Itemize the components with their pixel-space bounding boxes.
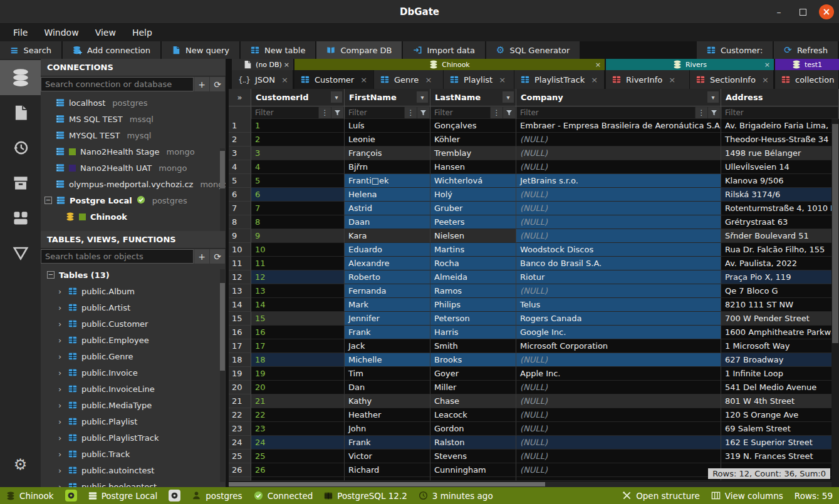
chevron-right-icon[interactable]: ›	[56, 401, 64, 410]
tab-RiverInfo[interactable]: RiverInfo×	[606, 70, 690, 89]
cell-LastName[interactable]: Peterson	[430, 312, 516, 326]
cell-Address[interactable]: Theodor-Heuss-Straße 34	[721, 133, 839, 147]
table-public-Album[interactable]: ›public.Album	[41, 283, 226, 299]
cell-LastName[interactable]: Smith	[430, 339, 516, 353]
cell-CustomerId[interactable]: 25	[251, 450, 345, 463]
cell-CustomerId[interactable]: 20	[251, 381, 345, 394]
cell-Address[interactable]: Av. Paulista, 2022	[721, 257, 839, 270]
cell-CustomerId[interactable]: 17	[251, 339, 345, 353]
close-icon[interactable]: ×	[425, 75, 432, 85]
cell-CustomerId[interactable]: 26	[251, 463, 345, 477]
cell-FirstName[interactable]: Fernanda	[345, 284, 430, 298]
cell-Address[interactable]: Rotenturmstraße 4, 1010 I	[721, 202, 839, 215]
cell-LastName[interactable]: Stevens	[430, 450, 516, 463]
funnel-icon[interactable]	[503, 107, 515, 118]
row-number[interactable]: 26	[229, 463, 251, 477]
toolbar-search-button[interactable]: ≡Search	[0, 41, 61, 59]
table-public-Track[interactable]: ›public.Track	[41, 446, 226, 462]
cell-Company[interactable]: (NULL)	[516, 450, 721, 463]
cell-Address[interactable]: Qe 7 Bloco G	[721, 284, 839, 298]
menu-file[interactable]: File	[6, 26, 34, 39]
tables-scrollbar[interactable]	[220, 269, 225, 482]
cell-Company[interactable]: (NULL)	[516, 422, 721, 436]
row-number[interactable]: 4	[229, 160, 251, 174]
cell-CustomerId[interactable]: 4	[251, 160, 345, 174]
cell-FirstName[interactable]: Heather	[345, 408, 430, 422]
cell-Company[interactable]: (NULL)	[516, 188, 721, 202]
rail-cell-data[interactable]	[0, 235, 41, 270]
table-public-PlaylistTrack[interactable]: ›public.PlaylistTrack	[41, 429, 226, 446]
chevron-right-icon[interactable]: ›	[56, 352, 64, 361]
funnel-icon[interactable]	[417, 107, 429, 118]
cell-Address[interactable]: 1 Infinite Loop	[721, 367, 839, 381]
close-icon[interactable]: ×	[281, 75, 288, 85]
cell-Company[interactable]: Woodstock Discos	[516, 243, 721, 257]
tab-collection[interactable]: collection	[775, 70, 839, 89]
funnel-icon[interactable]	[708, 107, 720, 118]
cell-Address[interactable]: 541 Del Medio Avenue	[721, 381, 839, 394]
cell-FirstName[interactable]: François	[345, 147, 430, 160]
connections-refresh-button[interactable]: ⟳	[210, 77, 225, 91]
cell-LastName[interactable]: Hansen	[430, 160, 516, 174]
connections-scrollbar[interactable]	[220, 148, 225, 231]
cell-Company[interactable]: Riotur	[516, 270, 721, 284]
cell-LastName[interactable]: Wichterlová	[430, 174, 516, 188]
cell-Company[interactable]: Banco do Brasil S.A.	[516, 257, 721, 270]
cell-CustomerId[interactable]: 6	[251, 188, 345, 202]
cell-Company[interactable]: (NULL)	[516, 353, 721, 367]
cell-Address[interactable]: 700 W Pender Street	[721, 312, 839, 326]
column-header-FirstName[interactable]: FirstName▾	[345, 89, 430, 106]
filter-menu-button[interactable]: ⋮	[405, 107, 417, 118]
rail-history[interactable]	[0, 130, 41, 165]
row-number[interactable]: 19	[229, 367, 251, 381]
row-number[interactable]: 5	[229, 174, 251, 188]
close-icon[interactable]: ×	[764, 61, 770, 69]
cell-FirstName[interactable]: Daan	[345, 215, 430, 229]
cell-Address[interactable]: 1600 Amphitheatre Parkwa	[721, 326, 839, 339]
toolbar-customer--button[interactable]: Customer:	[697, 41, 773, 59]
row-number[interactable]: 9	[229, 229, 251, 243]
connection-MYSQL-TEST[interactable]: MYSQL TESTmysql	[41, 127, 226, 143]
cell-CustomerId[interactable]: 8	[251, 215, 345, 229]
table-public-Customer[interactable]: ›public.Customer	[41, 316, 226, 332]
funnel-icon[interactable]	[331, 107, 343, 118]
close-icon[interactable]: ×	[595, 61, 601, 69]
grid-horizontal-scrollbar[interactable]	[229, 481, 831, 487]
tab-PlaylistTrack[interactable]: PlaylistTrack×	[514, 70, 605, 89]
toolbar-refresh-button[interactable]: ⟳Refresh	[774, 41, 838, 59]
chevron-right-icon[interactable]: ›	[56, 319, 64, 329]
toolbar-compare-db-button[interactable]: Compare DB	[316, 41, 402, 59]
cell-LastName[interactable]: Ramos	[430, 284, 516, 298]
column-header-Company[interactable]: Company▾	[516, 89, 721, 106]
rail-files[interactable]	[0, 95, 41, 130]
cell-CustomerId[interactable]: 13	[251, 284, 345, 298]
filter-input-FirstName[interactable]	[345, 107, 404, 118]
tab-Playlist[interactable]: Playlist×	[444, 70, 514, 89]
tables-refresh-button[interactable]: ⟳	[210, 249, 225, 264]
cell-CustomerId[interactable]: 21	[251, 394, 345, 408]
cell-Company[interactable]: Rogers Canada	[516, 312, 721, 326]
tab-group-test1[interactable]: test1	[775, 59, 839, 70]
cell-FirstName[interactable]: Dan	[345, 381, 430, 394]
cell-Address[interactable]: Grétrystraat 63	[721, 215, 839, 229]
tab-JSON[interactable]: {..}JSON×	[232, 70, 293, 89]
connection-olympus-medportal-vychozi-cz[interactable]: olympus-medportal.vychozi.czmongo	[41, 176, 226, 192]
chevron-right-icon[interactable]: ›	[56, 368, 64, 378]
tables-add-button[interactable]: +	[194, 249, 209, 264]
cell-Company[interactable]: (NULL)	[516, 408, 721, 422]
tables-group[interactable]: −Tables (13)	[41, 267, 226, 283]
cell-FirstName[interactable]: Kara	[345, 229, 430, 243]
table-public-Genre[interactable]: ›public.Genre	[41, 348, 226, 364]
cell-Address[interactable]: Praça Pio X, 119	[721, 270, 839, 284]
cell-Company[interactable]: (NULL)	[516, 463, 721, 477]
chevron-down-icon[interactable]: ▾	[417, 91, 428, 103]
cell-Company[interactable]: (NULL)	[516, 133, 721, 147]
collapse-icon[interactable]: −	[47, 271, 55, 279]
connection-MS-SQL-TEST[interactable]: MS SQL TESTmssql	[41, 111, 226, 127]
cell-Company[interactable]: (NULL)	[516, 215, 721, 229]
rail-archive[interactable]	[0, 165, 41, 200]
cell-FirstName[interactable]: Tim	[345, 367, 430, 381]
cell-Company[interactable]: (NULL)	[516, 147, 721, 160]
cell-CustomerId[interactable]: 10	[251, 243, 345, 257]
chevron-right-icon[interactable]: ›	[56, 466, 64, 475]
